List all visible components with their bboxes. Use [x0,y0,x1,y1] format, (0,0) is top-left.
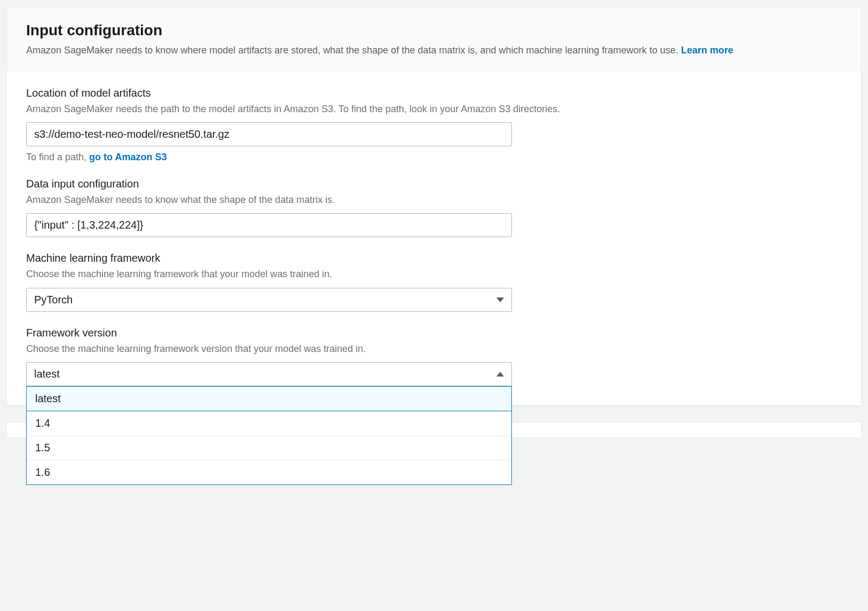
version-label: Framework version [26,327,842,339]
chevron-down-icon [496,297,504,302]
version-dropdown-list: latest 1.4 1.5 1.6 [26,386,512,485]
data-input-description: Amazon SageMaker needs to know what the … [26,193,842,207]
data-input-field[interactable] [26,213,512,237]
artifacts-helper: To find a path, go to Amazon S3 [26,152,842,163]
artifacts-description: Amazon SageMaker needs the path to the m… [26,103,842,116]
panel-title: Input configuration [26,22,842,39]
version-description: Choose the machine learning framework ve… [26,342,842,356]
data-input-label: Data input configuration [26,178,842,190]
version-selected-value: latest [34,368,60,380]
version-option-1-6[interactable]: 1.6 [27,460,511,484]
field-artifacts: Location of model artifacts Amazon SageM… [26,87,842,163]
input-configuration-panel: Input configuration Amazon SageMaker nee… [6,6,862,406]
version-option-1-4[interactable]: 1.4 [27,411,511,436]
framework-description: Choose the machine learning framework th… [26,268,842,281]
framework-label: Machine learning framework [26,252,842,264]
go-to-s3-link[interactable]: go to Amazon S3 [89,152,167,162]
artifacts-label: Location of model artifacts [26,87,842,99]
framework-select[interactable]: PyTorch [26,288,512,312]
version-select[interactable]: latest [26,362,512,386]
version-option-latest[interactable]: latest [27,387,511,411]
form-body: Location of model artifacts Amazon SageM… [7,71,861,405]
chevron-up-icon [496,372,504,377]
framework-selected-value: PyTorch [34,294,73,306]
field-framework: Machine learning framework Choose the ma… [26,252,842,311]
learn-more-link[interactable]: Learn more [681,45,733,56]
version-option-1-5[interactable]: 1.5 [27,436,511,460]
field-data-input: Data input configuration Amazon SageMake… [26,178,842,237]
field-version: Framework version Choose the machine lea… [26,327,842,386]
panel-description: Amazon SageMaker needs to know where mod… [26,43,842,58]
version-dropdown-wrapper: latest latest 1.4 1.5 1.6 [26,362,512,386]
panel-header: Input configuration Amazon SageMaker nee… [7,7,861,71]
artifacts-input[interactable] [26,122,512,146]
